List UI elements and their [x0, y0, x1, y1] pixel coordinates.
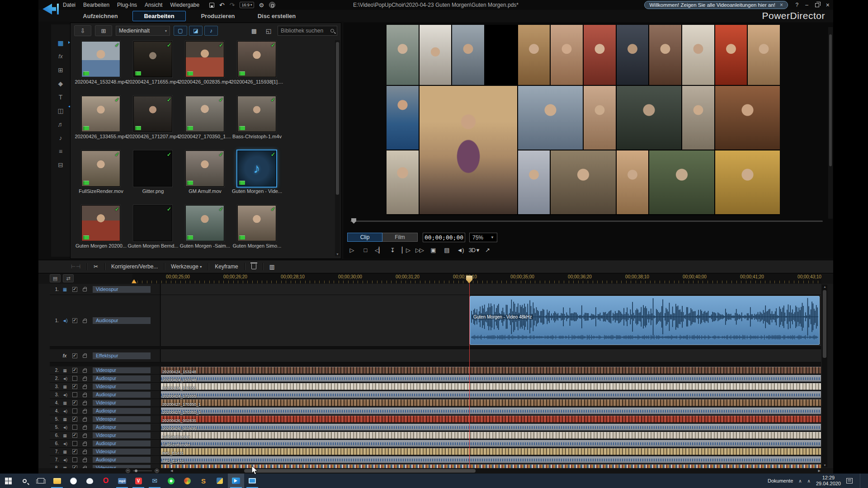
- media-thumbnail[interactable]: ✓: [133, 41, 172, 77]
- lock-icon[interactable]: [83, 459, 87, 462]
- account-lock-icon[interactable]: [269, 2, 275, 8]
- menu-item[interactable]: Wiedergabe: [170, 2, 199, 8]
- timeline-hscrollbar[interactable]: − + ◀ ▶: [38, 468, 833, 474]
- show-desktop-edge[interactable]: [860, 474, 862, 488]
- track-lane[interactable]: 20200424_171655: [161, 383, 821, 390]
- delete-button[interactable]: [245, 262, 263, 271]
- transport-button[interactable]: 3D ▾: [468, 245, 479, 254]
- timeline-clip[interactable]: 20200426_002835: [161, 424, 821, 431]
- track-lane[interactable]: 20200424_171655: [161, 391, 821, 399]
- taskbar-app-button[interactable]: V: [130, 474, 146, 488]
- track-lane[interactable]: 20200424_153248: [161, 375, 821, 382]
- menu-item[interactable]: Ansicht: [145, 2, 162, 8]
- scrollbar-thumb[interactable]: [336, 42, 339, 195]
- room-icon[interactable]: ◫: [55, 107, 66, 114]
- track-lane[interactable]: [161, 349, 821, 362]
- timeline-clip[interactable]: [161, 465, 821, 468]
- close-button[interactable]: ×: [826, 1, 830, 9]
- library-item[interactable]: ✓ Bass-Christoph-1.m4v: [231, 95, 283, 150]
- split-button[interactable]: ⊢⊣: [65, 262, 87, 271]
- tray-folder-label[interactable]: Dokumente: [768, 478, 793, 483]
- track-name[interactable]: Audiospur: [93, 375, 151, 381]
- timeline-clip[interactable]: 20200424_171655: [161, 383, 821, 390]
- media-thumbnail[interactable]: ✓: [237, 205, 276, 241]
- media-thumbnail[interactable]: ✓: [81, 205, 120, 241]
- taskbar-clock[interactable]: 12:29 29.04.2020: [816, 475, 841, 487]
- library-item[interactable]: ♪ ✓ Guten Morgen - Vide...: [231, 150, 283, 204]
- track-enable-checkbox[interactable]: [72, 417, 77, 422]
- scroll-left-icon[interactable]: ◀: [170, 469, 173, 473]
- taskbar-search-button[interactable]: [16, 474, 33, 488]
- track-enable-checkbox[interactable]: [72, 449, 77, 454]
- track-enable-checkbox[interactable]: [72, 368, 77, 373]
- lock-icon[interactable]: [83, 427, 87, 430]
- undo-icon[interactable]: ↶: [219, 1, 225, 9]
- room-icon[interactable]: fx: [55, 52, 66, 60]
- media-thumbnail[interactable]: ✓: [237, 96, 276, 132]
- track-name[interactable]: Audiospur: [93, 392, 151, 398]
- room-icon[interactable]: ≡: [55, 147, 66, 155]
- library-item[interactable]: ✓ 20200426_002835.mp4: [179, 40, 231, 95]
- room-icon[interactable]: T: [55, 93, 66, 101]
- mode-tab[interactable]: Produzieren: [191, 11, 245, 21]
- track-enable-checkbox[interactable]: [72, 433, 77, 438]
- timeline-option-button[interactable]: ▤: [50, 274, 61, 282]
- room-icon[interactable]: ⊟: [55, 161, 66, 169]
- menu-item[interactable]: Bearbeiten: [83, 2, 109, 8]
- room-icon[interactable]: ♪: [55, 134, 66, 141]
- menu-item[interactable]: Plug-Ins: [117, 2, 137, 8]
- library-item[interactable]: ✓ 20200426_171207.mp4: [127, 95, 179, 150]
- track-enable-checkbox[interactable]: [72, 457, 77, 462]
- taskbar-app-button[interactable]: [179, 474, 195, 488]
- room-icon[interactable]: ♬: [55, 120, 66, 128]
- timeline-clip[interactable]: 20200424_171655: [161, 391, 821, 398]
- room-icon[interactable]: ▦: [55, 39, 66, 47]
- library-scrollbar[interactable]: ▼: [335, 40, 340, 256]
- lock-icon[interactable]: [83, 320, 87, 323]
- zoom-in-icon[interactable]: +: [155, 469, 159, 473]
- media-thumbnail[interactable]: ✓: [133, 96, 172, 132]
- notification-close-icon[interactable]: ×: [780, 2, 783, 8]
- lock-icon[interactable]: [83, 435, 87, 438]
- tools-dropdown[interactable]: Werkzeuge ▾: [165, 262, 208, 271]
- import-media-button[interactable]: ⇩: [74, 25, 91, 36]
- media-thumbnail[interactable]: ✓: [185, 41, 224, 77]
- track-name[interactable]: Audiospur: [93, 408, 151, 414]
- seek-bar[interactable]: [350, 218, 823, 224]
- track-name[interactable]: Videospur: [93, 416, 151, 422]
- library-item[interactable]: ✓ Gitter.png: [127, 150, 179, 204]
- plugin-button[interactable]: ⊞: [95, 25, 112, 36]
- scrollbar-thumb[interactable]: [829, 34, 832, 166]
- timeline-clip[interactable]: IMG_E1431: [161, 448, 821, 455]
- lock-icon[interactable]: [83, 394, 87, 397]
- lock-icon[interactable]: [83, 402, 87, 405]
- room-icon[interactable]: ◆: [55, 80, 66, 87]
- filter-toggle[interactable]: ♪: [204, 26, 218, 36]
- transport-button[interactable]: ▷: [346, 245, 357, 254]
- track-lane[interactable]: [161, 464, 821, 468]
- media-thumbnail[interactable]: ✓: [81, 150, 120, 187]
- taskbar-app-button[interactable]: S: [195, 474, 212, 488]
- filter-toggle[interactable]: ◪: [189, 26, 203, 36]
- transport-button[interactable]: ◄): [455, 245, 466, 254]
- room-icon[interactable]: ⊞: [55, 66, 66, 74]
- lock-icon[interactable]: [83, 410, 87, 413]
- track-lane[interactable]: FullSizeRender: [161, 432, 821, 439]
- minimize-button[interactable]: –: [805, 2, 808, 8]
- hscrollbar-thumb[interactable]: [244, 469, 476, 473]
- track-lane[interactable]: Guten Morgen - Video 48kHz: [161, 295, 821, 346]
- transport-button[interactable]: ↧: [387, 245, 398, 254]
- lock-icon[interactable]: [83, 370, 87, 373]
- track-name[interactable]: Audiospur: [93, 317, 151, 324]
- timeline-option-button[interactable]: ⇄: [63, 274, 74, 282]
- scroll-down-icon[interactable]: ▼: [336, 253, 339, 256]
- redo-icon[interactable]: ↷: [230, 1, 235, 9]
- track-name[interactable]: Videospur: [93, 432, 151, 438]
- lock-icon[interactable]: [83, 378, 87, 381]
- transport-button[interactable]: ▣: [428, 245, 439, 254]
- track-name[interactable]: Videospur: [93, 465, 151, 468]
- library-item[interactable]: ✓ 20200426_133455.mp4: [75, 95, 127, 150]
- track-enable-checkbox[interactable]: [72, 392, 77, 397]
- track-name[interactable]: Audiospur: [93, 457, 151, 463]
- library-item[interactable]: ✓ 20200427_170350_1....: [179, 95, 231, 150]
